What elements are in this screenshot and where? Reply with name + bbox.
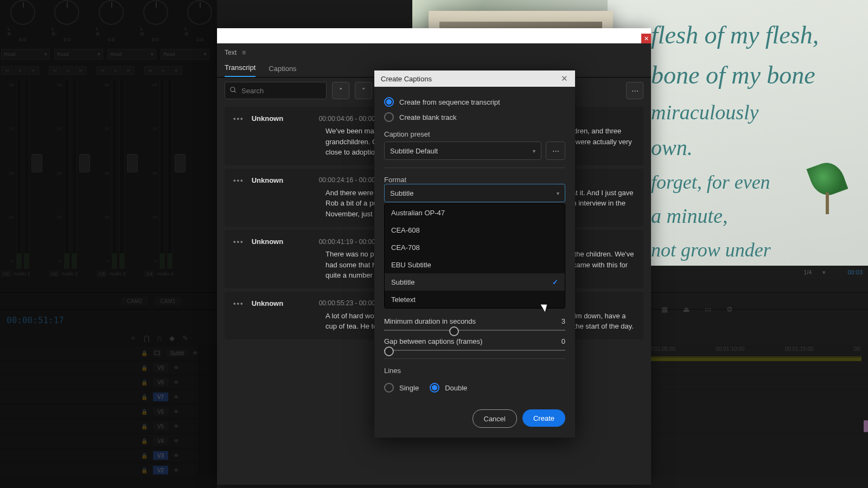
video-text-line: bone of my bone (651, 60, 857, 91)
min-duration-slider[interactable] (384, 330, 565, 331)
link-icon[interactable]: ⎌ (157, 334, 162, 342)
lines-label: Lines (384, 367, 565, 375)
lines-option-double[interactable]: Double (430, 380, 467, 395)
snap-icon[interactable]: ✧ (130, 334, 136, 342)
tab-captions[interactable]: Captions (269, 65, 296, 77)
radio-on-icon (430, 383, 439, 393)
cam-tab[interactable]: CAM1 (155, 297, 181, 305)
dialog-title: Create Captions (381, 75, 432, 83)
chevron-down-icon: ▾ (533, 148, 535, 154)
panel-title: Text (225, 49, 237, 56)
format-option[interactable]: Australian OP-47 (385, 204, 565, 221)
cancel-button[interactable]: Cancel (473, 409, 517, 428)
check-icon: ✓ (552, 278, 558, 286)
mouse-cursor (542, 303, 550, 313)
radio-off-icon (384, 112, 394, 122)
format-option[interactable]: EBU Subtitle (385, 256, 565, 273)
format-label: Format (384, 176, 565, 184)
prev-button[interactable]: ˄ (332, 82, 349, 99)
min-duration-value[interactable]: 3 (561, 317, 565, 325)
preset-select[interactable]: Subtitle Default ▾ (384, 142, 541, 160)
close-button[interactable]: ✕ (641, 34, 651, 43)
segment-menu-icon[interactable]: ••• (233, 114, 244, 123)
source-option-blank[interactable]: Create blank track (384, 110, 565, 125)
format-select[interactable]: Subtitle ▾ (384, 184, 565, 202)
format-option[interactable]: CEA-608 (385, 221, 565, 239)
magnet-icon[interactable]: ⋂ (144, 334, 150, 342)
chevron-down-icon: ▾ (557, 190, 559, 196)
video-text-line: flesh of my flesh, (651, 20, 857, 51)
tab-transcript[interactable]: Transcript (225, 63, 256, 77)
cam-tab[interactable]: CAM2 (122, 297, 148, 305)
gap-value[interactable]: 0 (561, 337, 565, 345)
gap-slider[interactable] (384, 350, 565, 351)
automation-mode-select[interactable]: Read▾ (1, 49, 50, 60)
video-text-line: not grow under (651, 238, 857, 262)
panel-menu-icon[interactable]: ≡ (242, 49, 246, 56)
format-dropdown-menu: Australian OP-47 CEA-608 CEA-708 EBU Sub… (384, 203, 565, 309)
search-icon (229, 86, 237, 95)
svg-line-1 (234, 91, 236, 92)
lines-option-single[interactable]: Single (384, 380, 419, 395)
viewer-timecode: 00:03 (847, 269, 863, 275)
marker-icon[interactable]: ◆ (169, 334, 175, 342)
radio-on-icon (384, 97, 394, 107)
format-option[interactable]: Teletext (385, 291, 565, 308)
create-captions-dialog: Create Captions ✕ Create from sequence t… (374, 70, 575, 438)
svg-point-0 (231, 87, 235, 91)
audio-mixer: L R0.0 L R0.0 L R0.0 L R0.0 L R0.0 Read▾… (0, 0, 222, 290)
source-option-transcript[interactable]: Create from sequence transcript (384, 94, 565, 110)
wrench-icon[interactable]: ✎ (182, 334, 188, 342)
min-duration-label: Minimum duration in seconds (384, 317, 476, 325)
video-text-line: own. (651, 134, 857, 162)
format-option[interactable]: CEA-708 (385, 239, 565, 256)
zoom-level[interactable]: 1/4 (803, 269, 812, 275)
next-button[interactable]: ˅ (355, 82, 372, 99)
more-options-button[interactable]: ⋯ (626, 82, 643, 99)
gap-label: Gap between captions (frames) (384, 337, 482, 345)
timeline-timecode[interactable]: 00:00:51:17 (7, 315, 64, 325)
search-input[interactable]: Search (225, 82, 327, 99)
radio-off-icon (384, 383, 394, 393)
create-button[interactable]: Create (522, 409, 565, 427)
caption-preset-label: Caption preset (384, 130, 565, 138)
video-text-line: miraculously (651, 100, 857, 126)
preset-more-button[interactable]: ⋯ (546, 142, 565, 160)
fader-thumb[interactable] (31, 154, 42, 172)
dialog-close-button[interactable]: ✕ (560, 74, 569, 84)
format-option-selected[interactable]: Subtitle ✓ (385, 273, 565, 291)
